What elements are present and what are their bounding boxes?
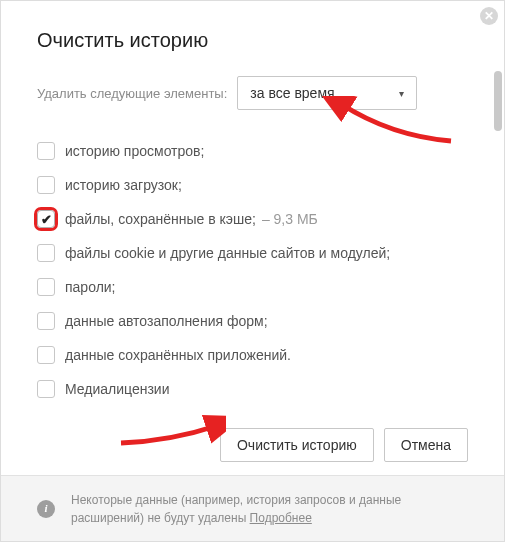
scrollbar-thumb[interactable] [494,71,502,131]
footer-text: Некоторые данные (например, история запр… [71,493,401,525]
time-range-select[interactable]: за все время ▾ [237,76,417,110]
option-checkbox[interactable] [37,210,55,228]
clear-button-label: Очистить историю [237,437,357,453]
options-list: историю просмотров;историю загрузок;файл… [37,134,468,406]
option-label: файлы cookie и другие данные сайтов и мо… [65,245,390,261]
option-label: пароли; [65,279,116,295]
option-label: историю загрузок; [65,177,182,193]
option-row: историю загрузок; [37,168,468,202]
info-icon: i [37,500,55,518]
time-range-value: за все время [250,85,334,101]
cancel-button-label: Отмена [401,437,451,453]
clear-button[interactable]: Очистить историю [220,428,374,462]
option-row: Медиалицензии [37,372,468,406]
option-label: историю просмотров; [65,143,204,159]
chevron-down-icon: ▾ [399,88,404,99]
time-range-row: Удалить следующие элементы: за все время… [37,76,468,110]
option-row: историю просмотров; [37,134,468,168]
button-row: Очистить историю Отмена [37,428,468,462]
option-row: данные сохранённых приложений. [37,338,468,372]
option-suffix: – 9,3 МБ [262,211,318,227]
footer-more-link[interactable]: Подробнее [250,511,312,525]
option-label: данные автозаполнения форм; [65,313,268,329]
option-checkbox[interactable] [37,346,55,364]
option-checkbox[interactable] [37,176,55,194]
time-range-label: Удалить следующие элементы: [37,86,227,101]
dialog-content: Очистить историю Удалить следующие элеме… [1,1,504,461]
cancel-button[interactable]: Отмена [384,428,468,462]
clear-history-dialog: ✕ Очистить историю Удалить следующие эле… [0,0,505,542]
option-label: Медиалицензии [65,381,170,397]
dialog-title: Очистить историю [37,29,468,52]
option-checkbox[interactable] [37,380,55,398]
option-checkbox[interactable] [37,142,55,160]
option-checkbox[interactable] [37,278,55,296]
option-checkbox[interactable] [37,244,55,262]
option-label: данные сохранённых приложений. [65,347,291,363]
option-checkbox[interactable] [37,312,55,330]
option-row: пароли; [37,270,468,304]
option-label: файлы, сохранённые в кэше; [65,211,256,227]
footer-note: i Некоторые данные (например, история за… [1,475,504,541]
footer-text-wrap: Некоторые данные (например, история запр… [71,491,476,527]
option-row: файлы, сохранённые в кэше;– 9,3 МБ [37,202,468,236]
option-row: данные автозаполнения форм; [37,304,468,338]
option-row: файлы cookie и другие данные сайтов и мо… [37,236,468,270]
